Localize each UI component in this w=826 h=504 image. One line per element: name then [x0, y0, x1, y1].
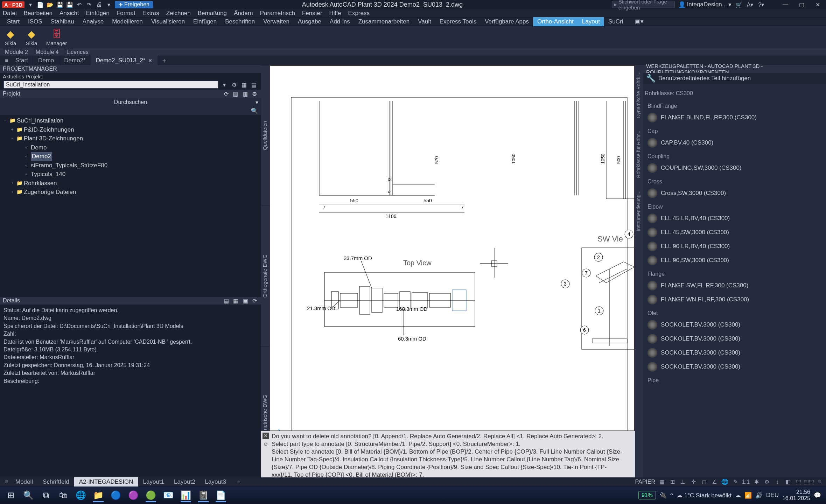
- filetab-current[interactable]: Demo2_SU013_2*✕: [91, 56, 158, 65]
- cmdline-close-icon[interactable]: ✕: [262, 433, 269, 439]
- help-search[interactable]: ▸ Stichwort oder Frage eingeben: [612, 1, 675, 8]
- tb-chrome[interactable]: 🌐: [72, 488, 90, 503]
- tb-msstore[interactable]: 🛍: [55, 488, 72, 503]
- tray-sound-icon[interactable]: 🔊: [755, 492, 763, 499]
- tray-power-icon[interactable]: 🔌: [659, 492, 667, 499]
- rtab-zusammenarbeiten[interactable]: Zusammenarbeiten: [354, 17, 414, 26]
- ltab-schriftfeld[interactable]: Schriftfeld: [38, 477, 74, 487]
- palette-item[interactable]: ELL 90,SW,3000 (CS300): [646, 253, 823, 267]
- project-select[interactable]: [4, 81, 218, 89]
- close-icon[interactable]: ✕: [148, 58, 152, 63]
- snap-icon[interactable]: ⊞: [668, 478, 676, 486]
- restore-button[interactable]: ▢: [795, 1, 808, 8]
- rtab-sucri[interactable]: SuCri: [604, 17, 628, 26]
- rtab-modellieren[interactable]: Modellieren: [108, 17, 147, 26]
- gear-icon[interactable]: ⚙: [763, 478, 771, 486]
- tree-node[interactable]: −📁SuCri_Installation: [3, 116, 258, 125]
- ortho-icon[interactable]: ⊥: [679, 478, 687, 486]
- world-icon[interactable]: 🌐: [721, 478, 729, 486]
- taskview-icon[interactable]: ⧉: [37, 488, 55, 503]
- rtab-ortho[interactable]: Ortho-Ansicht: [533, 17, 578, 26]
- menu-format[interactable]: Format: [117, 10, 135, 17]
- palette-item[interactable]: CAP,BV,40 (CS300): [646, 136, 823, 150]
- grid-icon[interactable]: ▦: [658, 478, 666, 486]
- print-icon[interactable]: 🖨: [95, 1, 103, 8]
- rtab-einfuegen[interactable]: Einfügen: [189, 17, 221, 26]
- panel-module4[interactable]: Module 4: [34, 48, 61, 56]
- rtab-layout[interactable]: Layout: [578, 17, 604, 26]
- details-tools[interactable]: ▤ ▦ ▣ ⟳: [224, 298, 258, 304]
- tree-node[interactable]: ▫Typicals_140: [3, 170, 258, 179]
- tree-node[interactable]: +📁Rohrklassen: [3, 179, 258, 188]
- tree-node[interactable]: ▫siFramo_Typicals_StützeF80: [3, 161, 258, 170]
- search-taskbar-icon[interactable]: 🔍: [20, 488, 37, 503]
- tree-node[interactable]: ▫Demo: [3, 143, 258, 152]
- rtab-addins[interactable]: Add-ins: [326, 17, 354, 26]
- palette-item[interactable]: SOCKOLET,BV,3000 (CS300): [646, 318, 823, 332]
- save-icon[interactable]: 💾: [56, 1, 64, 8]
- rtab-vault[interactable]: Vault: [414, 17, 435, 26]
- menu-datei[interactable]: Datei: [3, 10, 17, 17]
- menu-express[interactable]: Express: [348, 10, 370, 17]
- palette-item[interactable]: ELL 45,SW,3000 (CS300): [646, 225, 823, 239]
- tree-node[interactable]: ▫Demo2: [3, 152, 258, 161]
- palette-item[interactable]: ELL 45 LR,BV,40 (CS300): [646, 211, 823, 225]
- palette-item[interactable]: FLANGE BLIND,FL,RF,300 (CS300): [646, 111, 823, 125]
- anno-icon[interactable]: ✎: [732, 478, 739, 486]
- iso-icon[interactable]: ◧: [784, 478, 792, 486]
- filetab-start[interactable]: Start: [10, 56, 33, 65]
- new-icon[interactable]: 📄: [36, 1, 44, 8]
- palette-item[interactable]: SOCKOLET,BV,3000 (CS300): [646, 332, 823, 346]
- rtab-expand[interactable]: ▣▾: [631, 17, 648, 26]
- vtab-quelldateien[interactable]: Quelldateien: [261, 65, 270, 205]
- ltab-layout3[interactable]: Layout3: [200, 477, 231, 487]
- switch-icon[interactable]: ↕: [774, 478, 781, 486]
- saveas-icon[interactable]: 💾: [66, 1, 74, 8]
- ltab-add[interactable]: ＋: [231, 476, 247, 487]
- track-icon[interactable]: ∠: [710, 478, 718, 486]
- minimize-button[interactable]: —: [779, 1, 792, 8]
- palette-item[interactable]: COUPLING,SW,3000 (CS300): [646, 161, 823, 175]
- tray-wifi-icon[interactable]: 📶: [744, 492, 752, 499]
- sikla-button-1[interactable]: ◆Sikla: [0, 26, 21, 48]
- project-palette-icon[interactable]: ▦: [240, 81, 248, 88]
- tree-node[interactable]: +📁P&ID-Zeichnungen: [3, 125, 258, 134]
- tb-visual[interactable]: 🟣: [125, 488, 142, 503]
- app-a-icon[interactable]: A▾: [746, 1, 754, 8]
- user-menu[interactable]: 👤 IntegaDesign... ▾: [678, 1, 732, 8]
- palette-item[interactable]: FLANGE SW,FL,RF,300 (CS300): [646, 279, 823, 293]
- filetab-demo2[interactable]: Demo2*: [59, 56, 91, 65]
- search-dropdown-icon[interactable]: ▾: [255, 99, 258, 106]
- cmdline-config-icon[interactable]: ⚙: [262, 441, 269, 447]
- menu-extras[interactable]: Extras: [142, 10, 159, 17]
- menu-hilfe[interactable]: Hilfe: [329, 10, 341, 17]
- open-icon[interactable]: 📂: [46, 1, 54, 8]
- tray-onedrive-icon[interactable]: ☁: [735, 492, 741, 499]
- ltab-a2[interactable]: A2-INTEGADESIGN: [74, 477, 138, 487]
- close-button[interactable]: ✕: [811, 1, 824, 8]
- rtab-express[interactable]: Express Tools: [435, 17, 481, 26]
- tree-node[interactable]: −📁Plant 3D-Zeichnungen: [3, 134, 258, 143]
- tray-expand-icon[interactable]: ^: [670, 492, 673, 499]
- menu-aendern[interactable]: Ändern: [234, 10, 253, 17]
- rtab-ausgabe[interactable]: Ausgabe: [294, 17, 326, 26]
- cart-icon[interactable]: 🛒: [735, 1, 743, 8]
- notifications-icon[interactable]: 💬: [814, 492, 821, 499]
- panel-module2[interactable]: Module 2: [3, 48, 30, 56]
- share-button[interactable]: ✈ Freigeben: [115, 1, 153, 8]
- ltab-layout2[interactable]: Layout2: [169, 477, 200, 487]
- help-icon[interactable]: ?▾: [757, 1, 765, 8]
- vtab-ortho[interactable]: Orthogonale DWG: [261, 205, 270, 346]
- battery-indicator[interactable]: 91%: [638, 491, 656, 499]
- sikla-button-2[interactable]: ◆Sikla: [21, 26, 42, 48]
- tb-excel[interactable]: 📊: [177, 488, 195, 503]
- rvtab-dynamic[interactable]: Dynamische Rohrkl...: [635, 65, 643, 124]
- palette-item[interactable]: SOCKOLET,BV,3000 (CS300): [646, 360, 823, 374]
- units-icon[interactable]: ⬚: [794, 478, 802, 486]
- menu-bearbeiten[interactable]: Bearbeiten: [24, 10, 52, 17]
- rtab-beschriften[interactable]: Beschriften: [221, 17, 259, 26]
- tray-lang[interactable]: DEU: [766, 492, 779, 499]
- tb-word[interactable]: 📄: [212, 488, 230, 503]
- clock[interactable]: 21:5616.01.2025: [782, 489, 810, 502]
- tree-node[interactable]: +📁Zugehörige Dateien: [3, 188, 258, 197]
